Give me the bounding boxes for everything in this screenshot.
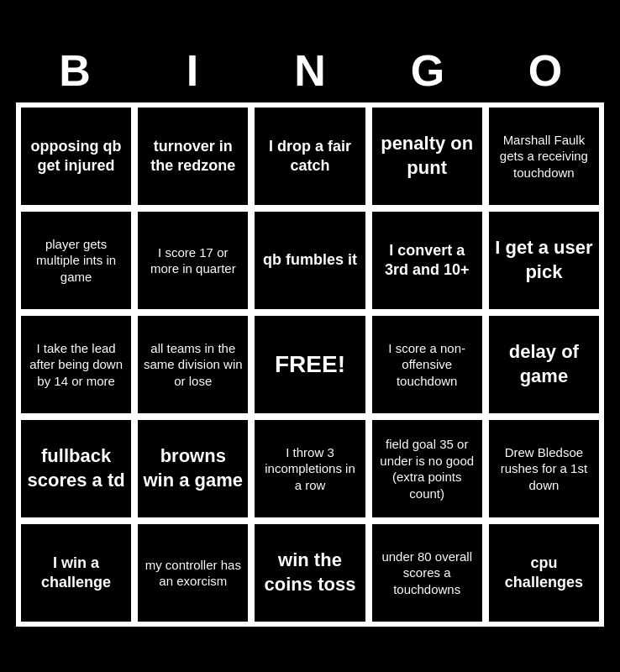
bingo-cell-5: player gets multiple ints in game	[19, 210, 133, 311]
bingo-letter-b: B	[20, 45, 129, 96]
cell-text-10: I take the lead after being down by 14 o…	[26, 340, 126, 390]
bingo-cell-13: I score a non-offensive touchdown	[370, 314, 484, 415]
bingo-cell-23: under 80 overall scores a touchdowns	[370, 522, 484, 623]
bingo-letter-n: N	[255, 45, 365, 96]
cell-text-24: cpu challenges	[494, 554, 594, 593]
cell-text-23: under 80 overall scores a touchdowns	[377, 549, 477, 598]
bingo-cell-1: turnover in the redzone	[136, 106, 250, 207]
cell-text-4: Marshall Faulk gets a receiving touchdow…	[494, 132, 594, 181]
bingo-cell-2: I drop a fair catch	[253, 106, 366, 207]
bingo-cell-0: opposing qb get injured	[19, 106, 133, 207]
cell-text-5: player gets multiple ints in game	[26, 236, 126, 286]
bingo-header: BINGO	[16, 45, 604, 96]
bingo-cell-4: Marshall Faulk gets a receiving touchdow…	[487, 106, 601, 207]
cell-text-7: qb fumbles it	[263, 250, 357, 270]
cell-text-16: browns win a game	[143, 444, 243, 492]
cell-text-1: turnover in the redzone	[143, 137, 243, 176]
bingo-cell-6: I score 17 or more in quarter	[136, 210, 250, 311]
cell-text-20: I win a challenge	[26, 554, 126, 593]
cell-text-15: fullback scores a td	[26, 444, 126, 492]
cell-text-14: delay of game	[494, 340, 594, 388]
bingo-grid: opposing qb get injuredturnover in the r…	[16, 102, 604, 627]
bingo-cell-22: win the coins toss	[253, 522, 366, 623]
cell-text-19: Drew Bledsoe rushes for a 1st down	[494, 444, 594, 494]
bingo-cell-12: FREE!	[253, 314, 366, 415]
bingo-cell-20: I win a challenge	[19, 522, 133, 623]
cell-text-6: I score 17 or more in quarter	[143, 244, 243, 277]
bingo-cell-8: I convert a 3rd and 10+	[370, 210, 484, 311]
bingo-letter-o: O	[491, 45, 600, 96]
bingo-cell-15: fullback scores a td	[19, 418, 133, 519]
bingo-cell-11: all teams in the same division win or lo…	[136, 314, 250, 415]
bingo-cell-9: I get a user pick	[487, 210, 601, 311]
cell-text-17: I throw 3 incompletions in a row	[260, 444, 360, 494]
bingo-cell-21: my controller has an exorcism	[136, 522, 250, 623]
cell-text-22: win the coins toss	[260, 549, 360, 596]
bingo-cell-14: delay of game	[487, 314, 601, 415]
cell-text-13: I score a non-offensive touchdown	[377, 340, 477, 390]
cell-text-0: opposing qb get injured	[26, 137, 126, 176]
bingo-cell-7: qb fumbles it	[253, 210, 366, 311]
cell-text-8: I convert a 3rd and 10+	[377, 241, 477, 281]
cell-text-11: all teams in the same division win or lo…	[143, 340, 243, 390]
cell-text-3: penalty on punt	[377, 132, 477, 180]
cell-text-9: I get a user pick	[494, 236, 594, 284]
bingo-letter-i: I	[138, 45, 247, 96]
cell-text-18: field goal 35 or under is no good (extra…	[377, 436, 477, 501]
bingo-card: BINGO opposing qb get injuredturnover in…	[8, 37, 612, 635]
bingo-cell-24: cpu challenges	[487, 522, 601, 623]
bingo-cell-19: Drew Bledsoe rushes for a 1st down	[487, 418, 601, 519]
bingo-cell-16: browns win a game	[136, 418, 250, 519]
bingo-cell-18: field goal 35 or under is no good (extra…	[370, 418, 484, 519]
bingo-cell-17: I throw 3 incompletions in a row	[253, 418, 366, 519]
bingo-cell-10: I take the lead after being down by 14 o…	[19, 314, 133, 415]
cell-text-21: my controller has an exorcism	[143, 557, 243, 590]
bingo-letter-g: G	[373, 45, 482, 96]
bingo-cell-3: penalty on punt	[370, 106, 484, 207]
cell-text-2: I drop a fair catch	[260, 137, 360, 176]
